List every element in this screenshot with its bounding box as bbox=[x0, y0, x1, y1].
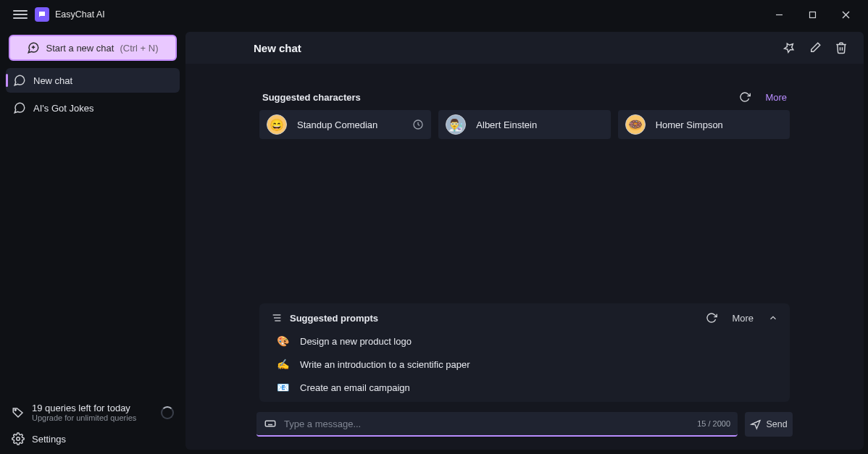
svg-point-6 bbox=[14, 409, 16, 411]
message-input[interactable] bbox=[284, 419, 691, 429]
page-title: New chat bbox=[254, 42, 301, 54]
new-chat-button[interactable]: Start a new chat (Ctrl + N) bbox=[9, 35, 177, 61]
svg-marker-18 bbox=[751, 421, 760, 429]
app-title: EasyChat AI bbox=[55, 9, 105, 20]
prompts-title: Suggested prompts bbox=[290, 313, 378, 324]
list-icon bbox=[271, 312, 283, 324]
prompt-row-paper[interactable]: ✍️ Write an introduction to a scientific… bbox=[268, 353, 781, 376]
chat-icon bbox=[13, 74, 26, 87]
sidebar: Start a new chat (Ctrl + N) New chat AI'… bbox=[0, 29, 185, 454]
refresh-icon[interactable] bbox=[706, 312, 717, 324]
loading-spinner-icon bbox=[161, 406, 174, 419]
prompt-emoji: ✍️ bbox=[275, 358, 290, 370]
settings-label: Settings bbox=[32, 434, 66, 445]
settings-button[interactable]: Settings bbox=[6, 426, 180, 448]
character-card-homer[interactable]: 🍩 Homer Simpson bbox=[618, 110, 790, 139]
usage-line2: Upgrade for unlimited queries bbox=[32, 413, 136, 422]
chevron-up-icon[interactable] bbox=[768, 313, 778, 323]
characters-title: Suggested characters bbox=[262, 92, 361, 103]
prompt-text: Create an email campaign bbox=[300, 382, 410, 393]
prompt-emoji: 🎨 bbox=[275, 335, 290, 347]
prompts-panel: Suggested prompts More 🎨 Design a new pr… bbox=[259, 303, 790, 402]
app-logo bbox=[35, 7, 49, 22]
characters-more-link[interactable]: More bbox=[765, 92, 787, 103]
send-icon bbox=[750, 419, 761, 430]
svg-rect-12 bbox=[265, 421, 275, 426]
sidebar-chat-jokes[interactable]: AI's Got Jokes bbox=[6, 96, 180, 120]
prompt-emoji: 📧 bbox=[275, 382, 290, 393]
send-label: Send bbox=[766, 419, 787, 429]
keyboard-icon bbox=[264, 417, 277, 430]
trash-icon[interactable] bbox=[835, 41, 848, 54]
prompt-row-email[interactable]: 📧 Create an email campaign bbox=[268, 376, 781, 399]
usage-row[interactable]: 19 queries left for today Upgrade for un… bbox=[6, 398, 180, 426]
prompts-header: Suggested prompts More bbox=[271, 312, 778, 324]
chat-icon bbox=[13, 101, 26, 114]
avatar-icon: 👨‍🔬 bbox=[446, 114, 466, 135]
titlebar: EasyChat AI bbox=[0, 0, 868, 29]
avatar-icon: 🍩 bbox=[625, 114, 646, 135]
pin-icon[interactable] bbox=[783, 41, 796, 54]
characters-cards: 😄 Standup Comedian 👨‍🔬 Albert Einstein 🍩… bbox=[259, 110, 790, 139]
sidebar-chat-new[interactable]: New chat bbox=[6, 68, 180, 93]
edit-icon[interactable] bbox=[809, 41, 822, 54]
menu-icon[interactable] bbox=[13, 7, 28, 22]
character-name: Standup Comedian bbox=[297, 119, 377, 130]
prompts-more-link[interactable]: More bbox=[732, 313, 754, 324]
main-header: New chat bbox=[185, 32, 864, 64]
gear-icon bbox=[12, 432, 25, 445]
new-chat-shortcut: (Ctrl + N) bbox=[120, 43, 158, 54]
window-close-icon[interactable] bbox=[829, 0, 862, 29]
svg-point-7 bbox=[17, 437, 20, 441]
usage-line1: 19 queries left for today bbox=[32, 403, 136, 413]
character-name: Homer Simpson bbox=[656, 119, 723, 130]
input-row: 15 / 2000 Send bbox=[256, 412, 793, 441]
prompt-row-logo[interactable]: 🎨 Design a new product logo bbox=[268, 329, 781, 353]
tag-icon bbox=[12, 406, 25, 419]
refresh-icon[interactable] bbox=[739, 91, 751, 103]
prompt-text: Design a new product logo bbox=[300, 336, 412, 347]
characters-header: Suggested characters More bbox=[262, 91, 787, 103]
main-panel: New chat Suggested characters More bbox=[185, 32, 864, 450]
avatar-icon: 😄 bbox=[267, 114, 287, 135]
chat-plus-icon bbox=[27, 41, 40, 54]
sidebar-item-label: New chat bbox=[33, 75, 72, 86]
send-button[interactable]: Send bbox=[745, 412, 793, 437]
prompt-text: Write an introduction to a scientific pa… bbox=[300, 359, 470, 370]
char-count: 15 / 2000 bbox=[697, 419, 730, 428]
message-input-box[interactable]: 15 / 2000 bbox=[256, 412, 738, 437]
svg-rect-1 bbox=[809, 12, 815, 17]
character-card-comedian[interactable]: 😄 Standup Comedian bbox=[259, 110, 431, 139]
window-minimize-icon[interactable] bbox=[762, 0, 796, 29]
history-icon bbox=[412, 119, 424, 130]
character-card-einstein[interactable]: 👨‍🔬 Albert Einstein bbox=[438, 110, 610, 139]
window-maximize-icon[interactable] bbox=[796, 0, 829, 29]
new-chat-label: Start a new chat bbox=[46, 43, 114, 54]
sidebar-item-label: AI's Got Jokes bbox=[33, 103, 93, 114]
character-name: Albert Einstein bbox=[476, 119, 537, 130]
